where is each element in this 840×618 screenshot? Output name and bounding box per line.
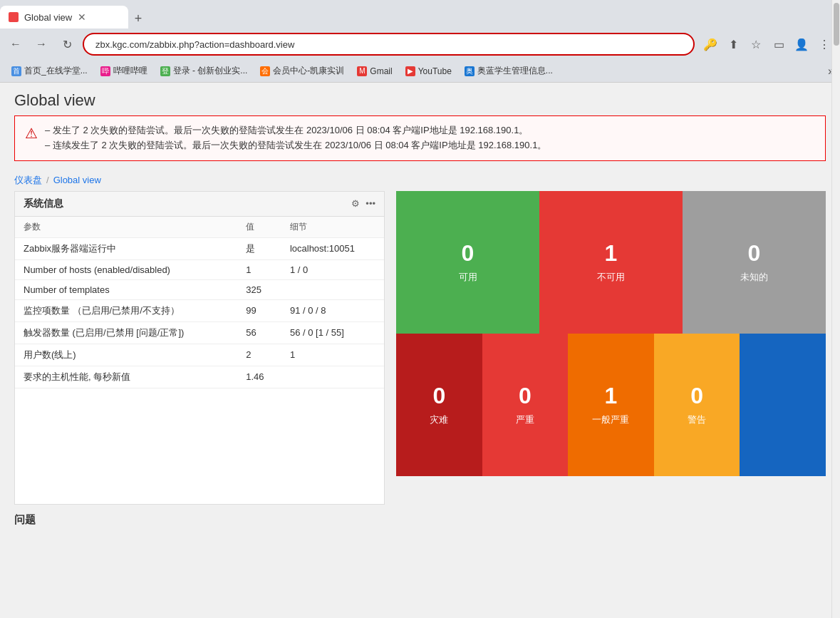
table-row: Number of templates 325 [15, 279, 384, 299]
host-status-grid: 0 可用 1 不可用 0 未知的 [396, 191, 826, 334]
tab-close-button[interactable]: ✕ [78, 11, 86, 23]
page-wrapper: Global view ⚠ – 发生了 2 次失败的登陆尝试。最后一次失败的登陆… [0, 83, 840, 525]
problem-cell-label: 一般严重 [592, 413, 629, 426]
panel-title: 系统信息 [24, 197, 63, 210]
problems-title: 问题 [14, 513, 826, 525]
bookmark-label-2: 哔哩哔哩 [113, 65, 147, 77]
detail-cell [281, 279, 384, 299]
bookmark-favicon-1: 首 [11, 66, 21, 76]
panel-settings-icon[interactable]: ⚙ [351, 198, 360, 209]
value-cell: 99 [237, 299, 281, 321]
scrollbar-thumb[interactable] [834, 3, 839, 46]
tab-bar: Global view ✕ + [0, 0, 840, 29]
bookmarks-bar: 首 首页_在线学堂... 哔 哔哩哔哩 登 登录 - 创新创业实... 会 会员… [0, 60, 840, 83]
table-row: Number of hosts (enabled/disabled) 1 1 /… [15, 259, 384, 279]
value-cell: 325 [237, 279, 281, 299]
bookmark-item[interactable]: 登 登录 - 创新创业实... [155, 63, 254, 80]
detail-cell: 1 [281, 344, 384, 366]
bookmark-favicon-4: 会 [260, 66, 270, 76]
new-tab-button[interactable]: + [128, 9, 148, 29]
key-icon[interactable]: 🔑 [700, 34, 720, 54]
star-icon[interactable]: ☆ [746, 34, 766, 54]
active-tab[interactable]: Global view ✕ [0, 6, 128, 29]
bookmark-item[interactable]: 首 首页_在线学堂... [6, 63, 93, 80]
panel-actions: ⚙ ••• [351, 198, 375, 209]
problem-cell-number: 0 [432, 383, 445, 409]
bookmark-label-7: 奥蓝学生管理信息... [477, 65, 553, 77]
bookmark-item[interactable]: 哔 哔哩哔哩 [95, 63, 153, 80]
host-cell-label: 未知的 [740, 271, 768, 284]
profile-icon[interactable]: 👤 [792, 34, 812, 54]
bookmark-item[interactable]: M Gmail [351, 63, 398, 80]
breadcrumb-current: Global view [53, 175, 101, 185]
problem-status-cell[interactable]: 0 严重 [482, 334, 569, 476]
breadcrumb: 仪表盘 / Global view [0, 170, 840, 191]
detail-cell: 91 / 0 / 8 [281, 299, 384, 321]
bookmark-label-1: 首页_在线学堂... [24, 65, 88, 77]
detail-cell [281, 366, 384, 388]
problem-cell-number: 1 [605, 383, 618, 409]
problem-status-cell[interactable]: 0 灾难 [396, 334, 482, 476]
bookmark-item[interactable]: 奥 奥蓝学生管理信息... [459, 63, 559, 80]
host-status-cell[interactable]: 1 不可用 [539, 191, 683, 334]
table-row: 要求的主机性能, 每秒新值 1.46 [15, 366, 384, 388]
reload-button[interactable]: ↻ [57, 34, 77, 54]
bookmark-label-3: 登录 - 创新创业实... [173, 65, 248, 77]
host-cell-label: 不可用 [597, 271, 625, 284]
col-header-detail: 细节 [281, 217, 384, 238]
table-row: 监控项数量 （已启用/已禁用/不支持） 99 91 / 0 / 8 [15, 299, 384, 321]
bookmark-label-6: YouTube [418, 66, 452, 76]
share-icon[interactable]: ⬆ [723, 34, 743, 54]
host-cell-number: 1 [605, 240, 618, 267]
panel-header: 系统信息 ⚙ ••• [15, 192, 384, 217]
system-info-panel: 系统信息 ⚙ ••• 参数 值 细节 Z [14, 191, 385, 505]
detail-cell: localhost:10051 [281, 237, 384, 259]
page-main: Global view ⚠ – 发生了 2 次失败的登陆尝试。最后一次失败的登陆… [0, 83, 840, 525]
value-cell: 是 [237, 237, 281, 259]
host-cell-number: 0 [748, 240, 761, 267]
bookmark-label-5: Gmail [370, 66, 392, 76]
table-row: 用户数(线上) 2 1 [15, 344, 384, 366]
col-header-param: 参数 [15, 217, 237, 238]
alert-line-1: – 发生了 2 次失败的登陆尝试。最后一次失败的登陆尝试发生在 2023/10/… [45, 123, 546, 138]
panel-more-icon[interactable]: ••• [365, 198, 375, 209]
problem-status-cell[interactable] [740, 334, 826, 476]
problem-cell-number: 0 [519, 383, 532, 409]
param-cell: 要求的主机性能, 每秒新值 [15, 366, 237, 388]
host-status-cell[interactable]: 0 未知的 [683, 191, 826, 334]
problem-status-cell[interactable]: 0 警告 [654, 334, 740, 476]
bookmark-item[interactable]: ▶ YouTube [400, 63, 457, 80]
bookmark-label-4: 会员中心-凯康实训 [273, 65, 344, 77]
param-cell: 监控项数量 （已启用/已禁用/不支持） [15, 299, 237, 321]
bookmark-item[interactable]: 会 会员中心-凯康实训 [254, 63, 350, 80]
page-scrollbar[interactable] [831, 0, 840, 618]
tab-favicon [9, 12, 19, 22]
host-cell-number: 0 [462, 240, 475, 267]
alert-banner: ⚠ – 发生了 2 次失败的登陆尝试。最后一次失败的登陆尝试发生在 2023/1… [14, 115, 826, 161]
breadcrumb-parent[interactable]: 仪表盘 [14, 174, 42, 187]
table-row: Zabbix服务器端运行中 是 localhost:10051 [15, 237, 384, 259]
back-button[interactable]: ← [6, 34, 26, 54]
param-cell: Number of hosts (enabled/disabled) [15, 259, 237, 279]
address-bar-row: ← → ↻ 🔑 ⬆ ☆ ▭ 👤 ⋮ [0, 29, 840, 60]
param-cell: 触发器数量 (已启用/已禁用 [问题/正常]) [15, 321, 237, 344]
param-cell: 用户数(线上) [15, 344, 237, 366]
detail-cell: 1 / 0 [281, 259, 384, 279]
right-panels: 0 可用 1 不可用 0 未知的 0 灾难 0 严重 1 一般严重 0 警告 [396, 191, 826, 505]
value-cell: 1 [237, 259, 281, 279]
breadcrumb-separator: / [46, 175, 49, 185]
main-layout: 系统信息 ⚙ ••• 参数 值 细节 Z [0, 191, 840, 505]
address-input[interactable] [83, 33, 695, 56]
problem-status-cell[interactable]: 1 一般严重 [568, 334, 654, 476]
forward-button[interactable]: → [31, 34, 51, 54]
host-status-cell[interactable]: 0 可用 [396, 191, 539, 334]
col-header-value: 值 [237, 217, 281, 238]
value-cell: 56 [237, 321, 281, 344]
page-header: Global view [0, 83, 840, 110]
value-cell: 1.46 [237, 366, 281, 388]
browser-chrome: Global view ✕ + ← → ↻ 🔑 ⬆ ☆ ▭ 👤 ⋮ 首 首页_在… [0, 0, 840, 83]
sidebar-toggle-icon[interactable]: ▭ [769, 34, 789, 54]
value-cell: 2 [237, 344, 281, 366]
problem-status-grid: 0 灾难 0 严重 1 一般严重 0 警告 [396, 334, 826, 476]
page-title: Global view [14, 91, 826, 110]
